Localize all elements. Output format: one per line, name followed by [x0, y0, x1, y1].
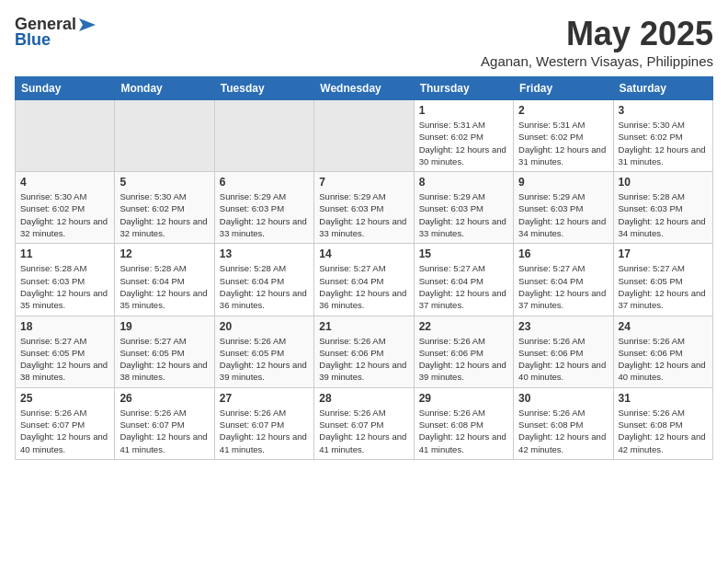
day-number: 10	[619, 176, 708, 189]
day-info: Sunrise: 5:27 AMSunset: 6:05 PMDaylight:…	[20, 335, 109, 384]
day-number: 3	[619, 104, 708, 117]
day-info: Sunrise: 5:29 AMSunset: 6:03 PMDaylight:…	[220, 190, 309, 239]
calendar-week-row: 1Sunrise: 5:31 AMSunset: 6:02 PMDaylight…	[16, 100, 713, 172]
day-info: Sunrise: 5:26 AMSunset: 6:07 PMDaylight:…	[20, 407, 109, 455]
calendar-day-cell: 10Sunrise: 5:28 AMSunset: 6:03 PMDayligh…	[613, 172, 712, 244]
calendar-day-cell: 20Sunrise: 5:26 AMSunset: 6:05 PMDayligh…	[214, 316, 313, 387]
day-info: Sunrise: 5:28 AMSunset: 6:03 PMDaylight:…	[20, 262, 109, 311]
calendar-day-cell: 25Sunrise: 5:26 AMSunset: 6:07 PMDayligh…	[16, 387, 115, 459]
day-number: 25	[20, 392, 109, 405]
day-info: Sunrise: 5:26 AMSunset: 6:08 PMDaylight:…	[619, 407, 708, 455]
day-info: Sunrise: 5:28 AMSunset: 6:04 PMDaylight:…	[220, 262, 309, 311]
day-info: Sunrise: 5:26 AMSunset: 6:07 PMDaylight:…	[220, 407, 309, 455]
calendar-day-cell: 28Sunrise: 5:26 AMSunset: 6:07 PMDayligh…	[314, 387, 414, 459]
calendar-day-cell: 18Sunrise: 5:27 AMSunset: 6:05 PMDayligh…	[16, 316, 115, 387]
day-info: Sunrise: 5:27 AMSunset: 6:05 PMDaylight:…	[119, 335, 209, 384]
day-info: Sunrise: 5:27 AMSunset: 6:04 PMDaylight:…	[319, 262, 408, 311]
calendar-day-cell: 5Sunrise: 5:30 AMSunset: 6:02 PMDaylight…	[115, 172, 214, 244]
calendar-day-cell: 2Sunrise: 5:31 AMSunset: 6:02 PMDaylight…	[514, 100, 613, 172]
day-info: Sunrise: 5:29 AMSunset: 6:03 PMDaylight:…	[419, 190, 508, 239]
calendar-day-cell: 21Sunrise: 5:26 AMSunset: 6:06 PMDayligh…	[314, 316, 414, 387]
day-number: 9	[518, 176, 608, 189]
logo: General Blue	[15, 15, 98, 50]
day-info: Sunrise: 5:31 AMSunset: 6:02 PMDaylight:…	[419, 119, 508, 167]
title-area: May 2025 Aganan, Western Visayas, Philip…	[481, 15, 713, 69]
calendar-day-cell: 15Sunrise: 5:27 AMSunset: 6:04 PMDayligh…	[414, 244, 513, 316]
calendar-day-cell: 4Sunrise: 5:30 AMSunset: 6:02 PMDaylight…	[16, 172, 115, 244]
day-number: 11	[20, 247, 109, 260]
calendar-day-cell: 14Sunrise: 5:27 AMSunset: 6:04 PMDayligh…	[314, 244, 414, 316]
month-title: May 2025	[481, 15, 713, 53]
calendar-day-cell: 23Sunrise: 5:26 AMSunset: 6:06 PMDayligh…	[514, 316, 613, 387]
day-number: 17	[619, 247, 708, 260]
day-number: 27	[220, 392, 309, 405]
day-number: 23	[518, 320, 608, 333]
calendar-day-cell: 11Sunrise: 5:28 AMSunset: 6:03 PMDayligh…	[16, 244, 115, 316]
calendar-day-cell: 8Sunrise: 5:29 AMSunset: 6:03 PMDaylight…	[414, 172, 513, 244]
calendar-day-cell: 6Sunrise: 5:29 AMSunset: 6:03 PMDaylight…	[214, 172, 313, 244]
day-number: 7	[319, 176, 408, 189]
day-info: Sunrise: 5:26 AMSunset: 6:08 PMDaylight:…	[419, 407, 508, 455]
calendar-day-cell: 9Sunrise: 5:29 AMSunset: 6:03 PMDaylight…	[514, 172, 613, 244]
day-number: 15	[419, 247, 508, 260]
day-number: 31	[619, 392, 708, 405]
calendar-day-cell: 26Sunrise: 5:26 AMSunset: 6:07 PMDayligh…	[115, 387, 214, 459]
calendar-day-cell: 31Sunrise: 5:26 AMSunset: 6:08 PMDayligh…	[613, 387, 712, 459]
calendar-day-cell: 1Sunrise: 5:31 AMSunset: 6:02 PMDaylight…	[414, 100, 513, 172]
day-number: 18	[20, 320, 109, 333]
day-info: Sunrise: 5:30 AMSunset: 6:02 PMDaylight:…	[619, 119, 708, 167]
day-info: Sunrise: 5:30 AMSunset: 6:02 PMDaylight:…	[20, 190, 109, 239]
day-number: 2	[518, 104, 608, 117]
day-number: 1	[419, 104, 508, 117]
day-info: Sunrise: 5:26 AMSunset: 6:06 PMDaylight:…	[419, 335, 508, 384]
day-number: 30	[518, 392, 608, 405]
day-info: Sunrise: 5:26 AMSunset: 6:07 PMDaylight:…	[319, 407, 408, 455]
calendar-day-cell: 24Sunrise: 5:26 AMSunset: 6:06 PMDayligh…	[613, 316, 712, 387]
svg-marker-0	[79, 18, 96, 31]
day-number: 14	[319, 247, 408, 260]
weekday-header-saturday: Saturday	[613, 77, 712, 100]
location-title: Aganan, Western Visayas, Philippines	[481, 53, 713, 69]
day-info: Sunrise: 5:27 AMSunset: 6:04 PMDaylight:…	[419, 262, 508, 311]
day-info: Sunrise: 5:30 AMSunset: 6:02 PMDaylight:…	[119, 190, 209, 239]
calendar-day-cell: 30Sunrise: 5:26 AMSunset: 6:08 PMDayligh…	[514, 387, 613, 459]
weekday-header-monday: Monday	[115, 77, 214, 100]
day-info: Sunrise: 5:26 AMSunset: 6:06 PMDaylight:…	[619, 335, 708, 384]
logo-blue-text: Blue	[15, 30, 51, 50]
weekday-header-friday: Friday	[514, 77, 613, 100]
calendar-day-cell: 12Sunrise: 5:28 AMSunset: 6:04 PMDayligh…	[115, 244, 214, 316]
calendar-day-cell	[314, 100, 414, 172]
calendar-week-row: 18Sunrise: 5:27 AMSunset: 6:05 PMDayligh…	[16, 316, 713, 387]
day-info: Sunrise: 5:29 AMSunset: 6:03 PMDaylight:…	[518, 190, 608, 239]
day-info: Sunrise: 5:27 AMSunset: 6:05 PMDaylight:…	[619, 262, 708, 311]
weekday-header-sunday: Sunday	[16, 77, 115, 100]
calendar-day-cell: 22Sunrise: 5:26 AMSunset: 6:06 PMDayligh…	[414, 316, 513, 387]
day-number: 13	[220, 247, 309, 260]
calendar-day-cell	[214, 100, 313, 172]
day-info: Sunrise: 5:28 AMSunset: 6:03 PMDaylight:…	[619, 190, 708, 239]
day-number: 5	[119, 176, 209, 189]
calendar-table: SundayMondayTuesdayWednesdayThursdayFrid…	[15, 76, 713, 460]
day-number: 28	[319, 392, 408, 405]
day-number: 22	[419, 320, 508, 333]
day-info: Sunrise: 5:26 AMSunset: 6:08 PMDaylight:…	[518, 407, 608, 455]
day-number: 20	[220, 320, 309, 333]
calendar-week-row: 4Sunrise: 5:30 AMSunset: 6:02 PMDaylight…	[16, 172, 713, 244]
day-info: Sunrise: 5:28 AMSunset: 6:04 PMDaylight:…	[119, 262, 209, 311]
day-info: Sunrise: 5:29 AMSunset: 6:03 PMDaylight:…	[319, 190, 408, 239]
calendar-day-cell	[115, 100, 214, 172]
weekday-header-thursday: Thursday	[414, 77, 513, 100]
day-number: 12	[119, 247, 209, 260]
logo-icon	[77, 17, 97, 33]
calendar-day-cell: 29Sunrise: 5:26 AMSunset: 6:08 PMDayligh…	[414, 387, 513, 459]
day-number: 6	[220, 176, 309, 189]
calendar-day-cell: 3Sunrise: 5:30 AMSunset: 6:02 PMDaylight…	[613, 100, 712, 172]
day-info: Sunrise: 5:26 AMSunset: 6:05 PMDaylight:…	[220, 335, 309, 384]
day-info: Sunrise: 5:26 AMSunset: 6:06 PMDaylight:…	[319, 335, 408, 384]
calendar-day-cell: 16Sunrise: 5:27 AMSunset: 6:04 PMDayligh…	[514, 244, 613, 316]
day-info: Sunrise: 5:26 AMSunset: 6:07 PMDaylight:…	[119, 407, 209, 455]
calendar-day-cell	[16, 100, 115, 172]
day-info: Sunrise: 5:26 AMSunset: 6:06 PMDaylight:…	[518, 335, 608, 384]
weekday-header-tuesday: Tuesday	[214, 77, 313, 100]
day-number: 8	[419, 176, 508, 189]
